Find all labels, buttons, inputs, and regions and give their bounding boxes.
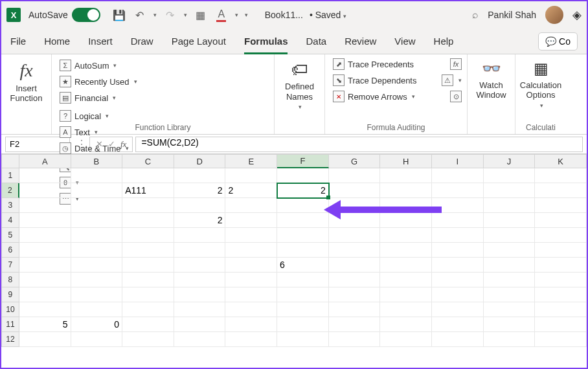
cell[interactable] xyxy=(225,273,277,287)
cell[interactable] xyxy=(329,183,381,198)
cell[interactable] xyxy=(380,243,432,258)
cell[interactable] xyxy=(432,287,484,302)
row-header[interactable]: 10 xyxy=(1,302,19,317)
cell[interactable] xyxy=(277,168,329,183)
cell[interactable] xyxy=(535,258,587,273)
cell[interactable]: 6 xyxy=(277,258,329,273)
cell[interactable] xyxy=(174,258,226,273)
cell[interactable] xyxy=(174,332,226,347)
cell[interactable] xyxy=(432,243,484,258)
cell[interactable] xyxy=(122,198,174,213)
column-header[interactable]: D xyxy=(174,154,226,168)
cell[interactable] xyxy=(174,198,226,213)
show-formulas-icon[interactable]: fx xyxy=(450,58,462,70)
cell[interactable] xyxy=(174,317,226,332)
cell[interactable] xyxy=(122,243,174,258)
cell[interactable] xyxy=(225,213,277,228)
cell[interactable] xyxy=(174,302,226,317)
comments-button[interactable]: 💬 Co xyxy=(538,32,578,50)
cell[interactable] xyxy=(174,273,226,287)
cell[interactable] xyxy=(484,228,536,243)
cell[interactable] xyxy=(122,258,174,273)
row-header[interactable]: 12 xyxy=(1,332,19,347)
cell[interactable] xyxy=(484,243,536,258)
cell[interactable] xyxy=(174,243,226,258)
cell[interactable] xyxy=(277,332,329,347)
cell[interactable] xyxy=(535,168,587,183)
cell[interactable]: 2 xyxy=(277,183,329,198)
cell[interactable] xyxy=(329,317,381,332)
avatar[interactable] xyxy=(545,6,563,24)
cell[interactable] xyxy=(432,332,484,347)
row-header[interactable]: 1 xyxy=(1,168,19,183)
cell[interactable] xyxy=(225,302,277,317)
cell[interactable] xyxy=(484,287,536,302)
save-status[interactable]: • Saved ▾ xyxy=(310,10,346,20)
cell[interactable] xyxy=(380,332,432,347)
cell[interactable] xyxy=(71,258,123,273)
cell[interactable] xyxy=(432,183,484,198)
column-header[interactable]: F xyxy=(277,154,329,168)
cell[interactable] xyxy=(380,317,432,332)
column-header[interactable]: H xyxy=(380,154,432,168)
autosum-button[interactable]: ΣAutoSum▾ xyxy=(57,58,269,73)
cell[interactable] xyxy=(535,228,587,243)
autosave-toggle[interactable] xyxy=(72,8,100,22)
search-icon[interactable]: ⌕ xyxy=(472,9,479,21)
cell[interactable] xyxy=(432,258,484,273)
cell[interactable] xyxy=(535,332,587,347)
row-header[interactable]: 4 xyxy=(1,213,19,228)
datetime-button[interactable]: ◷Date & Time▾ xyxy=(57,141,269,155)
tab-page-layout[interactable]: Page Layout xyxy=(172,28,226,54)
autosave-control[interactable]: AutoSave xyxy=(28,8,100,22)
undo-icon[interactable]: ↶ xyxy=(133,8,147,22)
cell[interactable] xyxy=(19,287,71,302)
chevron-down-icon[interactable]: ▾ xyxy=(184,12,187,18)
cell[interactable] xyxy=(19,228,71,243)
row-header[interactable]: 6 xyxy=(1,243,19,258)
cell[interactable] xyxy=(380,258,432,273)
cell[interactable] xyxy=(535,213,587,228)
cell[interactable] xyxy=(19,198,71,213)
error-check-icon[interactable]: ⚠ xyxy=(442,74,453,86)
cell[interactable] xyxy=(535,243,587,258)
cell[interactable] xyxy=(484,302,536,317)
select-all-corner[interactable] xyxy=(1,154,19,168)
cell[interactable] xyxy=(71,213,123,228)
logical-button[interactable]: ?Logical▾ xyxy=(57,109,269,123)
cell[interactable]: 5 xyxy=(19,317,71,332)
tab-data[interactable]: Data xyxy=(306,28,326,54)
cell[interactable] xyxy=(432,168,484,183)
cell[interactable]: A111 xyxy=(122,183,174,198)
cell[interactable] xyxy=(535,273,587,287)
cell[interactable] xyxy=(535,302,587,317)
chevron-down-icon[interactable]: ▾ xyxy=(235,12,238,18)
cell[interactable] xyxy=(484,198,536,213)
column-header[interactable]: K xyxy=(535,154,587,168)
cell[interactable] xyxy=(535,317,587,332)
cell[interactable] xyxy=(432,213,484,228)
row-header[interactable]: 11 xyxy=(1,317,19,332)
cell[interactable] xyxy=(329,258,381,273)
cell[interactable] xyxy=(19,243,71,258)
column-header[interactable]: A xyxy=(19,154,71,168)
cell[interactable] xyxy=(71,183,123,198)
cell[interactable] xyxy=(122,273,174,287)
cell[interactable] xyxy=(277,198,329,213)
cell[interactable] xyxy=(71,168,123,183)
cell[interactable] xyxy=(71,332,123,347)
tab-view[interactable]: View xyxy=(394,28,415,54)
cell[interactable] xyxy=(174,287,226,302)
column-header[interactable]: C xyxy=(122,154,174,168)
remove-arrows-button[interactable]: ✕Remove Arrows▾ xyxy=(330,89,418,104)
cell[interactable] xyxy=(484,258,536,273)
cell[interactable] xyxy=(277,317,329,332)
chevron-down-icon[interactable]: ▾ xyxy=(153,12,157,18)
cell[interactable]: 2 xyxy=(174,213,226,228)
cell[interactable] xyxy=(19,168,71,183)
row-header[interactable]: 8 xyxy=(1,273,19,287)
tab-review[interactable]: Review xyxy=(345,28,376,54)
cell[interactable] xyxy=(277,302,329,317)
cell[interactable] xyxy=(380,213,432,228)
cell[interactable] xyxy=(71,228,123,243)
